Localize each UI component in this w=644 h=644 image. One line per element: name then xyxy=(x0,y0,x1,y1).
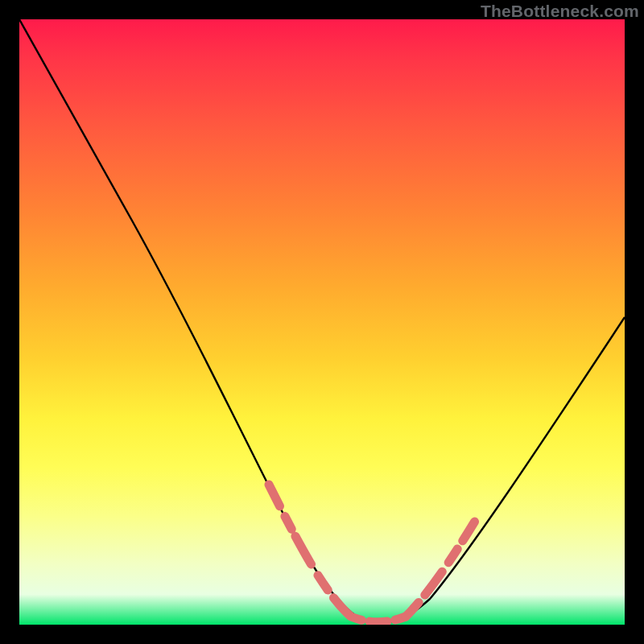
curve-layer xyxy=(19,19,625,625)
plot-area xyxy=(19,19,625,625)
highlight-floor xyxy=(351,617,406,622)
highlight-right xyxy=(406,518,477,617)
bottleneck-curve xyxy=(19,19,625,623)
attribution-label: TheBottleneck.com xyxy=(481,2,639,21)
chart-container: TheBottleneck.com xyxy=(0,0,644,644)
highlight-left xyxy=(269,485,351,617)
